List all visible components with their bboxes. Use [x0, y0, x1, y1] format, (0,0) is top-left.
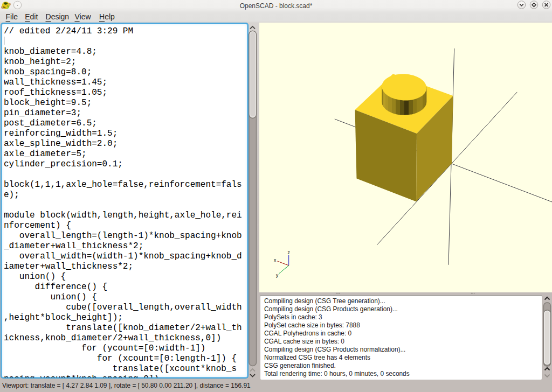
svg-text:z: z	[287, 250, 289, 255]
